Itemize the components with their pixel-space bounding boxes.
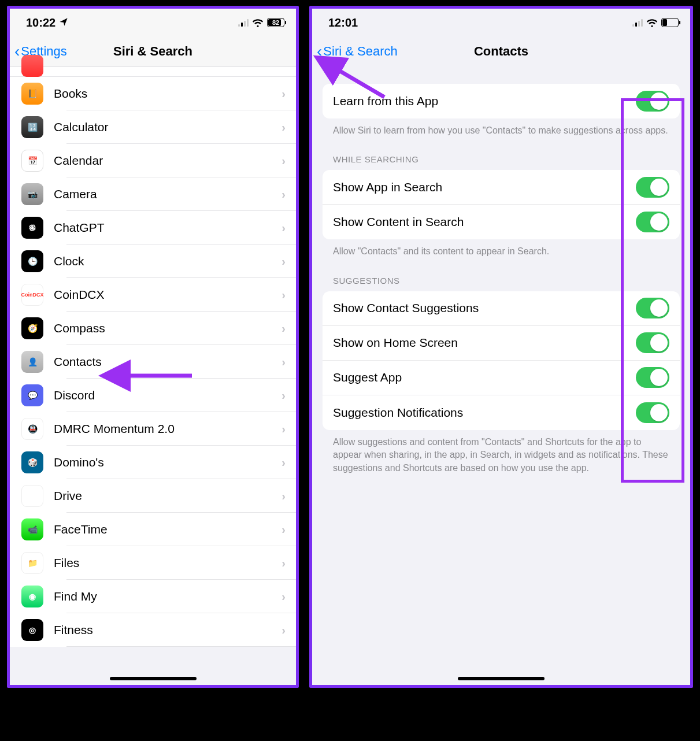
app-row-domino-s[interactable]: 🎲Domino's› [10,446,296,479]
chevron-right-icon: › [282,87,286,101]
status-bar: 12:01 [312,9,690,36]
app-row-files[interactable]: 📁Files› [10,546,296,580]
app-label: Compass [54,321,282,335]
app-row-find-my[interactable]: ◉Find My› [10,580,296,613]
chevron-right-icon: › [282,154,286,168]
app-icon: 🧭 [21,317,43,339]
app-row-clock[interactable]: 🕒Clock› [10,244,296,278]
chevron-right-icon: › [282,255,286,268]
toggle-label: Show on Home Screen [333,336,636,350]
chevron-left-icon: ‹ [317,43,322,60]
annotation-highlight-toggles [621,98,684,483]
chevron-right-icon: › [282,288,286,302]
partial-row [10,66,296,77]
app-row-calculator[interactable]: 🔢Calculator› [10,110,296,144]
app-row-facetime[interactable]: 📹FaceTime› [10,513,296,546]
app-row-calendar[interactable]: 📅Calendar› [10,144,296,177]
app-icon: ◉ [21,586,43,607]
app-label: ChatGPT [54,221,282,235]
chevron-right-icon: › [282,355,286,369]
app-label: Files [54,556,282,570]
toggle-label: Show App in Search [333,180,636,194]
chevron-right-icon: › [282,456,286,469]
chevron-right-icon: › [282,490,286,503]
app-icon: ▲ [21,485,43,507]
toggle-label: Suggest App [333,370,636,384]
app-label: Contacts [54,355,282,369]
app-label: Fitness [54,623,282,637]
app-icon: CoinDCX [21,284,43,306]
app-label: Calendar [54,154,282,168]
wifi-icon [252,18,264,27]
chevron-right-icon: › [282,590,286,603]
app-icon: 🚇 [21,418,43,440]
app-label: Clock [54,254,282,268]
app-label: DMRC Momentum 2.0 [54,422,282,436]
chevron-right-icon: › [282,624,286,637]
battery-icon [661,18,679,27]
app-list[interactable]: 📙Books›🔢Calculator›📅Calendar›📷Camera›֎Ch… [10,77,296,647]
home-indicator [110,677,197,680]
toggle-label: Suggestion Notifications [333,406,636,420]
app-label: Calculator [54,120,282,134]
app-row-fitness[interactable]: ◎Fitness› [10,613,296,647]
cellular-icon [238,18,249,27]
chevron-right-icon: › [282,557,286,570]
app-icon: 📷 [21,183,43,205]
app-icon: 📅 [21,150,43,172]
left-screenshot: 10:22 82 ‹ Settings Siri & Search 📙Books… [7,6,299,688]
app-row-discord[interactable]: 💬Discord› [10,379,296,412]
status-bar: 10:22 82 [10,9,296,36]
status-time: 10:22 [26,16,68,29]
chevron-left-icon: ‹ [14,43,20,60]
app-icon: 📁 [21,552,43,574]
app-label: Discord [54,388,282,402]
app-label: Camera [54,187,282,201]
nav-header: ‹ Siri & Search Contacts [312,36,690,66]
app-icon: 📹 [21,518,43,540]
back-button[interactable]: ‹ Siri & Search [317,43,398,60]
app-icon: 👤 [21,351,43,373]
nav-header: ‹ Settings Siri & Search [10,36,296,66]
app-icon: 💬 [21,384,43,406]
chevron-right-icon: › [282,423,286,436]
toggle-label: Show Contact Suggestions [333,301,636,315]
toggle-label: Learn from this App [333,94,636,108]
back-label: Siri & Search [323,44,397,59]
app-row-drive[interactable]: ▲Drive› [10,479,296,513]
app-label: Domino's [54,455,282,469]
toggle-label: Show Content in Search [333,215,636,229]
wifi-icon [646,18,658,27]
app-row-coindcx[interactable]: CoinDCXCoinDCX› [10,278,296,312]
app-icon: ◎ [21,619,43,641]
app-row-compass[interactable]: 🧭Compass› [10,312,296,345]
location-icon [59,16,68,29]
app-icon: 📙 [21,83,43,105]
app-icon: ֎ [21,217,43,239]
app-row-dmrc-momentum-2-0[interactable]: 🚇DMRC Momentum 2.0› [10,412,296,446]
app-icon: 🎲 [21,451,43,473]
chevron-right-icon: › [282,121,286,134]
app-icon: 🕒 [21,250,43,272]
app-icon: 🔢 [21,116,43,138]
chevron-right-icon: › [282,221,286,235]
app-row-chatgpt[interactable]: ֎ChatGPT› [10,211,296,244]
battery-icon: 82 [267,18,284,27]
app-row-books[interactable]: 📙Books› [10,77,296,110]
chevron-right-icon: › [282,389,286,402]
chevron-right-icon: › [282,523,286,536]
status-indicators: 82 [238,18,284,27]
right-screenshot: 12:01 ‹ Siri & Search Contacts Learn fro… [309,6,693,688]
app-label: Books [54,87,282,101]
chevron-right-icon: › [282,188,286,201]
app-label: Drive [54,489,282,503]
app-row-contacts[interactable]: 👤Contacts› [10,345,296,379]
home-indicator [458,677,545,680]
cellular-icon [632,18,643,27]
app-label: CoinDCX [54,288,282,302]
status-indicators [632,18,679,27]
app-label: FaceTime [54,523,282,536]
app-label: Find My [54,590,282,603]
app-row-camera[interactable]: 📷Camera› [10,177,296,211]
status-time: 12:01 [328,16,358,29]
